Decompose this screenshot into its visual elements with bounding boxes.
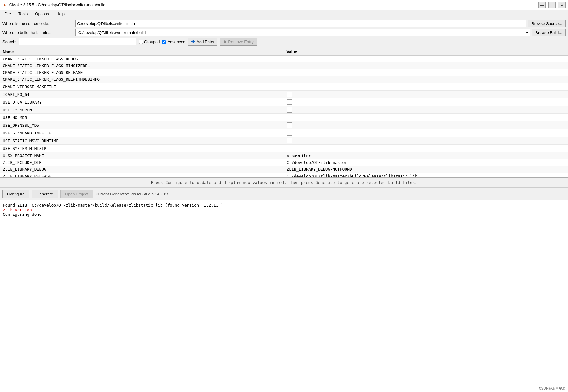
table-row: CMAKE_STATIC_LINKER_FLAGS_RELWITHDEBINFO	[0, 76, 568, 83]
table-row: CMAKE_STATIC_LINKER_FLAGS_MINSIZEREL	[0, 62, 568, 69]
title-bar: ▲ CMake 3.15.5 - C:/develop/QT/libxlsxwr…	[0, 0, 568, 10]
row-name-cell: IOAPI_NO_64	[0, 91, 284, 98]
advanced-checkbox-label[interactable]: Advanced	[162, 40, 185, 44]
grouped-checkbox-label[interactable]: Grouped	[139, 40, 160, 44]
source-label: Where is the source code:	[2, 21, 74, 26]
configure-button[interactable]: Configure	[2, 190, 29, 198]
title-bar-title: CMake 3.15.5 - C:/develop/QT/libxlsxwrit…	[9, 2, 105, 7]
add-entry-button[interactable]: ✚ Add Entry	[188, 38, 217, 46]
row-name-cell: CMAKE_STATIC_LINKER_FLAGS_DEBUG	[0, 56, 284, 62]
menu-help[interactable]: Help	[53, 11, 68, 17]
source-input[interactable]	[75, 20, 526, 27]
row-value-cell[interactable]	[284, 91, 568, 98]
cmake-table: Name Value CMAKE_STATIC_LINKER_FLAGS_DEB…	[0, 48, 568, 178]
row-value-cell[interactable]	[284, 98, 568, 106]
row-value-cell[interactable]	[284, 145, 568, 152]
log-area: Found ZLIB: C:/develop/QT/zlib-master/bu…	[0, 200, 568, 392]
advanced-label: Advanced	[167, 40, 185, 44]
row-checkbox[interactable]	[287, 115, 292, 120]
row-value-cell[interactable]	[284, 106, 568, 114]
table-header-row: Name Value	[0, 48, 568, 56]
hint-text: Press Configure to update and display ne…	[0, 178, 568, 187]
row-value-cell	[284, 56, 568, 62]
log-line: Configuring done	[3, 212, 565, 217]
grouped-checkbox[interactable]	[139, 40, 143, 44]
row-value-cell	[284, 62, 568, 69]
open-project-button[interactable]: Open Project	[60, 190, 93, 198]
row-checkbox[interactable]	[287, 92, 292, 97]
bottom-controls: Configure Generate Open Project Current …	[0, 187, 568, 200]
row-name-cell: XLSX_PROJECT_NAME	[0, 152, 284, 159]
row-value-cell: ZLIB_LIBRARY_DEBUG-NOTFOUND	[284, 166, 568, 173]
search-label: Search:	[2, 40, 16, 44]
table-row: USE_DTOA_LIBRARY	[0, 98, 568, 106]
row-value-cell[interactable]	[284, 121, 568, 129]
remove-entry-button[interactable]: ✖ Remove Entry	[220, 38, 257, 46]
table-row: USE_FMEMOPEN	[0, 106, 568, 114]
maximize-button[interactable]: □	[548, 2, 556, 8]
table-row: ZLIB_LIBRARY_DEBUGZLIB_LIBRARY_DEBUG-NOT…	[0, 166, 568, 173]
row-name-cell: USE_NO_MD5	[0, 114, 284, 121]
table-row: XLSX_PROJECT_NAMExlsxwriter	[0, 152, 568, 159]
binaries-select[interactable]: C:/develop/QT/libxlsxwriter-main/build	[75, 29, 530, 36]
row-value-cell[interactable]	[284, 83, 568, 91]
row-name-cell: ZLIB_INCLUDE_DIR	[0, 159, 284, 166]
binaries-row: Where to build the binaries: C:/develop/…	[2, 29, 566, 36]
row-name-cell: ZLIB_LIBRARY_DEBUG	[0, 166, 284, 173]
row-value-cell[interactable]	[284, 129, 568, 137]
add-entry-label: Add Entry	[196, 40, 214, 44]
table-row: CMAKE_VERBOSE_MAKEFILE	[0, 83, 568, 91]
row-name-cell: USE_OPENSSL_MD5	[0, 121, 284, 129]
browse-source-button[interactable]: Browse Source...	[528, 20, 566, 27]
row-value-cell: xlsxwriter	[284, 152, 568, 159]
row-name-cell: USE_SYSTEM_MINIZIP	[0, 145, 284, 152]
app-logo: ▲	[2, 2, 7, 7]
binaries-label: Where to build the binaries:	[2, 30, 74, 35]
table-row: USE_STATIC_MSVC_RUNTIME	[0, 137, 568, 145]
minimize-button[interactable]: —	[538, 2, 546, 8]
log-line: zlib version:	[3, 207, 565, 212]
row-value-cell: C:/develop/QT/zlib-master/build/Release/…	[284, 173, 568, 178]
col-value-header: Value	[284, 48, 568, 56]
close-button[interactable]: ✕	[558, 2, 566, 8]
row-name-cell: USE_DTOA_LIBRARY	[0, 98, 284, 106]
cmake-table-body: CMAKE_STATIC_LINKER_FLAGS_DEBUGCMAKE_STA…	[0, 56, 568, 178]
browse-build-button[interactable]: Browse Build...	[532, 29, 566, 36]
menu-file[interactable]: File	[1, 11, 14, 17]
row-value-cell[interactable]	[284, 114, 568, 121]
advanced-checkbox[interactable]	[162, 40, 166, 44]
watermark: CSDN@泪里星辰	[539, 386, 566, 391]
table-row: CMAKE_STATIC_LINKER_FLAGS_DEBUG	[0, 56, 568, 62]
remove-entry-icon: ✖	[223, 40, 227, 44]
row-checkbox[interactable]	[287, 122, 292, 128]
menu-options[interactable]: Options	[32, 11, 52, 17]
row-checkbox[interactable]	[287, 99, 292, 105]
table-row: USE_NO_MD5	[0, 114, 568, 121]
table-row: USE_STANDARD_TMPFILE	[0, 129, 568, 137]
menu-tools[interactable]: Tools	[15, 11, 31, 17]
generate-button[interactable]: Generate	[32, 190, 58, 198]
row-name-cell: CMAKE_STATIC_LINKER_FLAGS_MINSIZEREL	[0, 62, 284, 69]
col-name-header: Name	[0, 48, 284, 56]
search-input[interactable]	[19, 38, 136, 45]
row-name-cell: USE_FMEMOPEN	[0, 106, 284, 114]
row-value-cell: C:/develop/QT/zlib-master	[284, 159, 568, 166]
cmake-table-wrapper[interactable]: Name Value CMAKE_STATIC_LINKER_FLAGS_DEB…	[0, 48, 568, 178]
row-checkbox[interactable]	[287, 107, 292, 113]
menu-bar: File Tools Options Help	[0, 10, 568, 18]
row-value-cell	[284, 76, 568, 83]
row-checkbox[interactable]	[287, 146, 292, 151]
row-name-cell: USE_STANDARD_TMPFILE	[0, 129, 284, 137]
row-value-cell	[284, 69, 568, 76]
title-bar-controls: — □ ✕	[538, 2, 566, 8]
generator-label: Current Generator: Visual Studio 14 2015	[95, 192, 169, 196]
row-name-cell: ZLIB_LIBRARY_RELEASE	[0, 173, 284, 178]
row-checkbox[interactable]	[287, 138, 292, 143]
table-row: CMAKE_STATIC_LINKER_FLAGS_RELEASE	[0, 69, 568, 76]
row-name-cell: CMAKE_STATIC_LINKER_FLAGS_RELWITHDEBINFO	[0, 76, 284, 83]
row-checkbox[interactable]	[287, 130, 292, 136]
row-value-cell[interactable]	[284, 137, 568, 145]
row-checkbox[interactable]	[287, 84, 292, 89]
row-name-cell: USE_STATIC_MSVC_RUNTIME	[0, 137, 284, 145]
grouped-label: Grouped	[144, 40, 160, 44]
